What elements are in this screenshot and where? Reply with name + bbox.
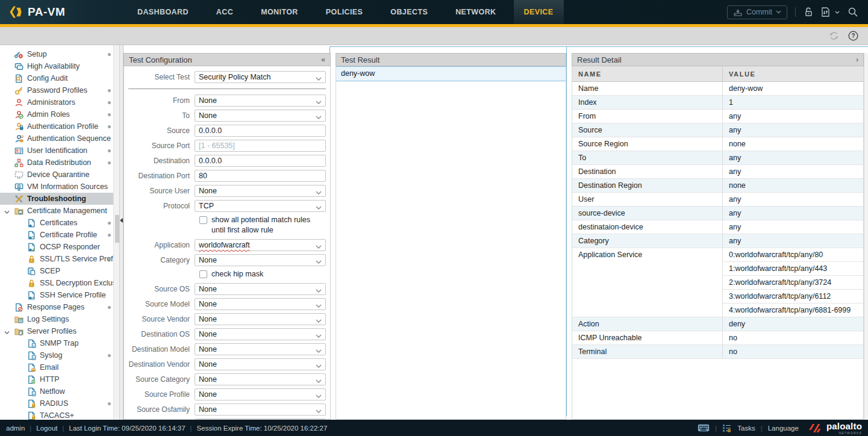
source-profile-select[interactable]: None	[195, 388, 326, 400]
sidebar-item-log-settings[interactable]: Log Settings	[0, 313, 113, 325]
keyboard-icon[interactable]	[698, 424, 710, 432]
sidebar-item-vm-information-sources[interactable]: VM Information Sources	[0, 181, 113, 193]
application-select[interactable]: worldofwarcraft	[195, 239, 326, 251]
sidebar-item-setup[interactable]: Setup	[0, 48, 113, 60]
sidebar-item-syslog[interactable]: Syslog	[0, 349, 113, 361]
sidebar-item-ssl-tls-service-profile[interactable]: SSL/TLS Service Profile	[0, 253, 113, 265]
tab-objects[interactable]: OBJECTS	[380, 0, 438, 24]
sidebar-collapse-handle[interactable]	[119, 216, 123, 225]
source-input[interactable]: 0.0.0.0	[195, 125, 326, 137]
chevron-expanded-icon[interactable]	[4, 328, 10, 336]
config-export-icon[interactable]	[821, 7, 840, 17]
detail-name-cell: Destination	[572, 165, 723, 178]
source-osfamily-select[interactable]: None	[195, 403, 326, 416]
refresh-icon[interactable]	[829, 31, 839, 40]
sidebar-item-authentication-sequence[interactable]: 123Authentication Sequence	[0, 132, 113, 145]
sidebar-item-device-quarantine[interactable]: Device Quarantine	[0, 169, 113, 181]
source-model-select[interactable]: None	[195, 298, 326, 310]
tab-monitor[interactable]: MONITOR	[251, 0, 308, 24]
destination-input[interactable]: 0.0.0.0	[195, 155, 326, 167]
sidebar-item-high-availability[interactable]: High Availability	[0, 60, 113, 72]
sidebar-item-user-identification[interactable]: User Identification	[0, 145, 113, 157]
to-select[interactable]: None	[195, 110, 326, 122]
sidebar-item-label: Certificate Management	[27, 207, 107, 215]
destination-vendor-select[interactable]: None	[195, 358, 326, 370]
sidebar-item-tacacs[interactable]: TACACS+	[0, 410, 113, 420]
commit-button[interactable]: Commit	[727, 5, 787, 19]
sidebar-item-certificate-profile[interactable]: Certificate Profile	[0, 229, 113, 241]
test-result-row-deny-wow[interactable]: deny-wow	[336, 66, 566, 81]
sidebar-item-administrators[interactable]: Administrators	[0, 96, 113, 108]
source-vendor-select[interactable]: None	[195, 313, 326, 325]
sidebar-item-email[interactable]: Email	[0, 361, 113, 373]
sidebar-item-ssl-decryption-exclusion[interactable]: SSL Decryption Exclusion	[0, 277, 113, 289]
destination-os-select[interactable]: None	[195, 328, 326, 340]
tab-policies[interactable]: POLICIES	[316, 0, 373, 24]
sidebar-item-http[interactable]: HTTP	[0, 373, 113, 385]
field-label: Source Port	[128, 140, 195, 152]
destination-model-select[interactable]: None	[195, 343, 326, 355]
sidebar-item-netflow[interactable]: Netflow	[0, 385, 113, 397]
source-user-select[interactable]: None	[195, 185, 326, 197]
tasks-icon[interactable]	[722, 424, 732, 432]
sidebar-item-authentication-profile[interactable]: Authentication Profile	[0, 120, 113, 132]
detail-name-cell: Action	[572, 317, 723, 331]
select-test-select[interactable]: Security Policy Match	[195, 71, 326, 83]
language-link[interactable]: Language	[768, 425, 799, 432]
help-icon[interactable]: ?	[848, 31, 858, 41]
detail-scrollbar[interactable]	[864, 53, 868, 420]
show-all-potential-match-rules-until-first-allow-rule-checkbox[interactable]	[199, 216, 207, 224]
sidebar-item-config-audit[interactable]: Config Audit	[0, 72, 113, 84]
sidebar-item-snmp-trap[interactable]: SNMP Trap	[0, 337, 113, 349]
sidebar-item-data-redistribution[interactable]: Data Redistribution	[0, 157, 113, 169]
protocol-select[interactable]: TCP	[195, 200, 326, 212]
tab-acc[interactable]: ACC	[206, 0, 243, 24]
category-select[interactable]: None	[195, 254, 326, 266]
field-value: TCP	[199, 202, 214, 210]
sidebar-item-certificate-management[interactable]: Certificate Management	[0, 205, 113, 217]
tab-device[interactable]: DEVICE	[514, 0, 564, 24]
tab-network[interactable]: NETWORK	[445, 0, 506, 24]
collapse-left-icon[interactable]: «	[321, 56, 325, 63]
form-row-destination-port: Destination Port80	[128, 170, 326, 182]
field-label: Source	[128, 125, 195, 137]
detail-row-user: Userany	[572, 193, 863, 207]
sidebar-item-label: Certificates	[40, 219, 78, 227]
sidebar-item-ssh-service-profile[interactable]: SSH Service Profile	[0, 289, 113, 301]
sidebar-splitter[interactable]	[119, 45, 123, 420]
sidebar-item-scep[interactable]: SCEP	[0, 265, 113, 277]
search-icon[interactable]	[848, 7, 858, 17]
detail-name-cell: Index	[572, 96, 723, 109]
detail-value: any	[723, 110, 863, 123]
tab-dashboard[interactable]: DASHBOARD	[127, 0, 199, 24]
check-hip-mask-checkbox[interactable]	[199, 270, 207, 278]
sidebar-scrollbar-thumb[interactable]	[115, 215, 119, 243]
sidebar-item-password-profiles[interactable]: Password Profiles	[0, 84, 113, 96]
sidebar-item-troubleshooting[interactable]: Troubleshooting	[0, 193, 113, 205]
chevron-down-icon	[316, 98, 322, 107]
detail-value: 2:worldofwarcraft/tcp/any/3724	[723, 276, 863, 290]
collapse-right-icon[interactable]: ›	[856, 56, 858, 63]
sidebar-item-admin-roles[interactable]: Admin Roles	[0, 108, 113, 120]
test-result-panel: Test Result deny-wow	[336, 53, 566, 420]
from-select[interactable]: None	[195, 95, 326, 107]
tasks-link[interactable]: Tasks	[737, 425, 755, 432]
source-os-select[interactable]: None	[195, 283, 326, 295]
sidebar-item-radius[interactable]: RADIUS	[0, 397, 113, 410]
item-options-dot	[108, 149, 111, 152]
chevron-expanded-icon[interactable]	[4, 207, 10, 216]
sidebar-item-response-pages[interactable]: Response Pages	[0, 301, 113, 313]
logout-link[interactable]: Logout	[36, 425, 57, 432]
source-port-input[interactable]: [1 - 65535]	[195, 140, 326, 152]
ssl-decryption-exclusion-icon	[27, 279, 36, 288]
lock-open-icon[interactable]	[804, 7, 813, 17]
sidebar-item-certificates[interactable]: Certificates	[0, 217, 113, 229]
destination-category-select[interactable]: None	[195, 419, 326, 420]
destination-port-input[interactable]: 80	[195, 170, 326, 182]
source-category-select[interactable]: None	[195, 373, 326, 385]
sidebar-item-ocsp-responder[interactable]: OCSP Responder	[0, 241, 113, 253]
detail-row-terminal: Terminalno	[572, 345, 863, 359]
sidebar-item-server-profiles[interactable]: Server Profiles	[0, 325, 113, 337]
chevron-down-icon	[316, 407, 322, 416]
sidebar-scrollbar[interactable]	[113, 45, 119, 420]
